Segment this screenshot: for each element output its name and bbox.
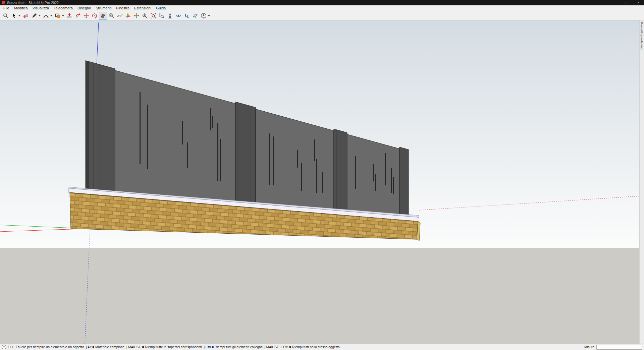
orbit-icon — [125, 13, 131, 19]
measurements-field[interactable] — [596, 345, 642, 350]
position-camera-icon — [167, 13, 173, 19]
section-plane-icon — [192, 13, 198, 19]
minimize-button[interactable]: – — [610, 0, 621, 5]
zoom-tool-button[interactable] — [141, 12, 149, 20]
default-tray-collapsed[interactable]: Pannello predefinito — [639, 20, 644, 344]
offset-tool-button[interactable] — [74, 12, 82, 20]
fence-post-3[interactable] — [334, 129, 347, 211]
viewport-canvas[interactable] — [0, 20, 644, 344]
fence-post-2[interactable] — [235, 102, 256, 203]
position-camera-tool-button[interactable] — [166, 12, 174, 20]
sketchup-window: Senza titolo - SketchUp Pro 2022 – ▢ ✕ F… — [0, 0, 644, 350]
close-button[interactable]: ✕ — [633, 0, 644, 5]
zoom-window-icon — [159, 13, 165, 19]
horizon-line — [0, 248, 644, 248]
tape-measure-icon — [108, 13, 114, 19]
menu-modifica[interactable]: Modifica — [12, 5, 30, 11]
status-bar: ? i Fai clic per riempire un elemento o … — [0, 344, 644, 350]
tray-label: Pannello predefinito — [640, 20, 644, 50]
account-dropdown-caret[interactable] — [208, 15, 210, 16]
rotate-icon — [92, 13, 98, 19]
window-title: Senza titolo - SketchUp Pro 2022 — [7, 1, 59, 5]
look-around-eye-icon — [175, 13, 181, 19]
measurements-area: Misure — [582, 344, 644, 350]
fence-post-1-side — [86, 61, 89, 189]
search-tool-button[interactable] — [2, 12, 10, 20]
model-viewport[interactable]: Pannello predefinito — [0, 20, 644, 344]
help-icon[interactable]: ? — [2, 345, 6, 349]
move-icon — [83, 13, 89, 19]
arcs-dropdown-caret[interactable] — [50, 15, 52, 16]
pan-icon — [133, 13, 140, 19]
menu-disegno[interactable]: Disegno — [75, 5, 93, 11]
arcs-tool-button[interactable] — [42, 12, 50, 20]
zoom-extents-tool-button[interactable] — [149, 12, 157, 20]
menu-finestra[interactable]: Finestra — [114, 5, 132, 11]
search-icon — [3, 13, 9, 19]
lines-tool-button[interactable] — [30, 12, 38, 20]
offset-icon — [75, 13, 81, 19]
ground-plane — [0, 248, 644, 344]
measurements-label: Misure — [584, 345, 594, 349]
menu-telecamera[interactable]: Telecamera — [51, 5, 75, 11]
eraser-icon — [23, 13, 29, 19]
select-tool-button[interactable] — [10, 12, 18, 20]
walk-tool-button[interactable] — [183, 12, 191, 20]
zoom-window-tool-button[interactable] — [158, 12, 166, 20]
fence-post-1[interactable] — [86, 61, 115, 191]
text-tool-button[interactable]: A1 — [116, 12, 124, 20]
tape-measure-tool-button[interactable] — [107, 12, 115, 20]
select-cursor-icon — [11, 13, 17, 19]
shapes-dropdown-caret[interactable] — [62, 15, 64, 16]
fence-post-4[interactable] — [399, 147, 409, 216]
status-tip-text: Fai clic per riempire un elemento o un o… — [16, 345, 340, 349]
select-dropdown-caret[interactable] — [18, 15, 20, 16]
arc-icon — [43, 13, 49, 19]
toolbar-getting-started: A1 — [0, 11, 644, 20]
account-button[interactable] — [200, 12, 208, 20]
section-plane-tool-button[interactable] — [191, 12, 199, 20]
eraser-tool-button[interactable] — [22, 12, 30, 20]
menu-visualizza[interactable]: Visualizza — [30, 5, 51, 11]
pushpull-tool-button[interactable] — [65, 12, 73, 20]
maximize-button[interactable]: ▢ — [621, 0, 633, 5]
move-tool-button[interactable] — [82, 12, 90, 20]
text-label-icon: A1 — [117, 13, 123, 19]
menu-guida[interactable]: Guida — [154, 5, 168, 11]
app-logo-icon — [2, 1, 5, 4]
walk-icon — [184, 13, 190, 19]
pushpull-icon — [66, 13, 72, 19]
menu-estensioni[interactable]: Estensioni — [132, 5, 154, 11]
menu-bar: File Modifica Visualizza Telecamera Dise… — [0, 5, 644, 11]
pencil-icon — [31, 13, 37, 19]
menu-strumenti[interactable]: Strumenti — [93, 5, 114, 11]
title-bar: Senza titolo - SketchUp Pro 2022 – ▢ ✕ — [0, 0, 644, 5]
shapes-icon — [55, 13, 61, 19]
shapes-tool-button[interactable] — [54, 12, 62, 20]
look-around-tool-button[interactable] — [174, 12, 182, 20]
pan-tool-button[interactable] — [132, 12, 141, 20]
zoom-extents-icon — [150, 13, 156, 19]
lines-dropdown-caret[interactable] — [39, 15, 41, 16]
paintbucket-tool-button[interactable] — [99, 12, 107, 20]
paint-bucket-icon — [100, 13, 106, 19]
info-icon[interactable]: i — [8, 345, 13, 349]
orbit-tool-button[interactable] — [124, 12, 132, 20]
zoom-icon — [142, 13, 148, 19]
menu-file[interactable]: File — [1, 5, 12, 11]
rotate-tool-button[interactable] — [91, 12, 99, 20]
account-avatar-icon — [201, 13, 207, 19]
